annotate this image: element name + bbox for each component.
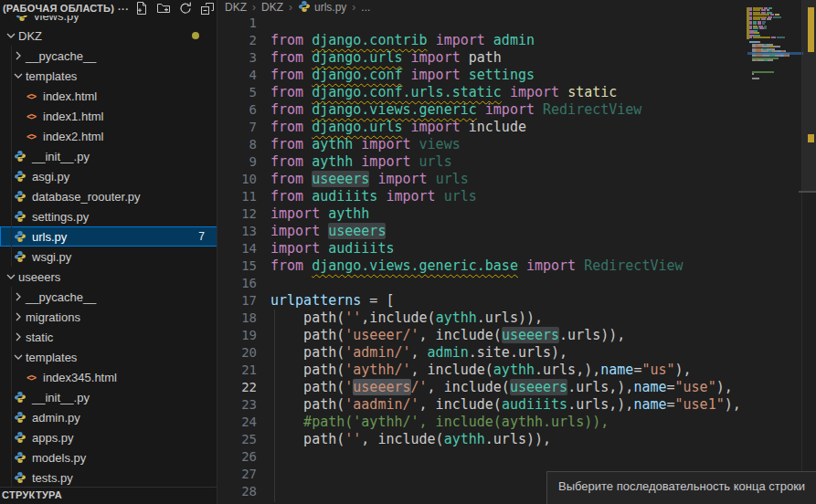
tree-item-templates[interactable]: templates	[0, 347, 217, 367]
tree-item-migrations[interactable]: migrations	[0, 307, 217, 327]
code-line-13[interactable]: import useeers	[270, 223, 386, 240]
line-number-28[interactable]: 28	[218, 483, 257, 500]
tree-item-__init__.py[interactable]: __init__.py	[0, 146, 217, 166]
line-number-19[interactable]: 19	[218, 327, 257, 344]
code-line-11[interactable]: from audiiits import urls	[270, 188, 477, 205]
collapse-all-icon[interactable]	[197, 1, 217, 16]
code-line-12[interactable]: import aythh	[270, 205, 369, 223]
line-number-23[interactable]: 23	[218, 396, 257, 414]
code-line-15[interactable]: from django.views.generic.base import Re…	[270, 257, 684, 275]
line-number-26[interactable]: 26	[218, 448, 257, 466]
line-number-16[interactable]: 16	[218, 275, 257, 292]
tree-item-index2.html[interactable]: <>index2.html	[0, 126, 217, 146]
line-number-11[interactable]: 11	[218, 188, 257, 205]
line-number-5[interactable]: 5	[218, 84, 257, 101]
code-line-3[interactable]: from django.urls import path	[270, 49, 502, 67]
tree-item-models.py[interactable]: models.py	[0, 447, 217, 467]
line-number-6[interactable]: 6	[218, 101, 257, 119]
tree-item-tests.py[interactable]: tests.py	[0, 467, 217, 488]
tree-item-database_roouter.py[interactable]: database_roouter.py	[0, 186, 217, 206]
code-line-21[interactable]: path('aythh/', include(aythh.urls,),name…	[270, 362, 692, 379]
new-file-icon[interactable]	[132, 1, 151, 16]
breadcrumb-item-...[interactable]: ...	[361, 1, 370, 14]
code-line-25[interactable]: path('', include(aythh.urls)),	[270, 431, 551, 448]
code-line-7[interactable]: from django.urls import include	[270, 119, 526, 136]
tree-item-asgi.py[interactable]: asgi.py	[0, 166, 217, 186]
chevron-right-icon[interactable]	[11, 310, 26, 324]
breadcrumb-item-urls.py[interactable]: urls.py	[298, 0, 346, 16]
code-line-22[interactable]: path('useeers/', include(useeers.urls,),…	[270, 379, 733, 396]
tree-item-__pycache__[interactable]: __pycache__	[0, 46, 217, 66]
breadcrumb-item-DKZ[interactable]: DKZ	[225, 1, 247, 14]
code-line-4[interactable]: from django.conf import settings	[270, 67, 535, 84]
chevron-down-icon[interactable]	[11, 68, 26, 83]
code-line-9[interactable]: from aythh import urls	[270, 153, 452, 171]
line-number-21[interactable]: 21	[218, 362, 257, 379]
code-editor[interactable]: DKZ›DKZ›urls.py›... 12345678910111213141…	[218, 0, 816, 504]
line-number-9[interactable]: 9	[218, 153, 257, 171]
line-number-20[interactable]: 20	[218, 344, 257, 362]
tree-item-__init__.py[interactable]: __init__.py	[0, 387, 217, 407]
tree-item-index345.html[interactable]: <>index345.html	[0, 367, 217, 387]
line-number-8[interactable]: 8	[218, 136, 257, 153]
code-line-8[interactable]: from aythh import views	[270, 136, 461, 153]
chevron-down-icon[interactable]	[4, 28, 18, 43]
code-line-18[interactable]: path('',include(aythh.urls)),	[270, 310, 543, 327]
line-number-24[interactable]: 24	[218, 414, 257, 431]
line-number-2[interactable]: 2	[218, 32, 257, 49]
chevron-down-icon[interactable]	[11, 350, 26, 364]
tree-item-index.html[interactable]: <>index.html	[0, 86, 217, 106]
new-folder-icon[interactable]	[154, 1, 173, 16]
outline-section-header[interactable]: СТРУКТУРА	[0, 487, 217, 504]
code-line-6[interactable]: from django.views.generic import Redirec…	[270, 101, 641, 119]
line-number-18[interactable]: 18	[218, 310, 257, 327]
chevron-right-icon[interactable]	[11, 48, 26, 63]
file-label: templates	[26, 351, 77, 364]
line-number-25[interactable]: 25	[218, 431, 257, 448]
code-line-2[interactable]: from django.contrib import admin	[270, 32, 535, 49]
tree-item-__pycache__[interactable]: __pycache__	[0, 287, 217, 307]
tree-item-templates[interactable]: templates	[0, 66, 217, 86]
tree-item-index1.html[interactable]: <>index1.html	[0, 106, 217, 126]
code-line-23[interactable]: path('aadmin/', include(audiiits.urls,),…	[270, 396, 741, 414]
tree-item-wsgi.py[interactable]: wsgi.py	[0, 247, 217, 267]
chevron-right-icon[interactable]	[11, 289, 26, 304]
tree-item-apps.py[interactable]: apps.py	[0, 427, 217, 447]
code-line-17[interactable]: urlpatterns = [	[270, 292, 394, 310]
code-line-5[interactable]: from django.conf.urls.static import stat…	[270, 84, 617, 101]
tree-item-DKZ[interactable]: DKZ	[0, 26, 217, 46]
tree-item-settings.py[interactable]: settings.py	[0, 206, 217, 226]
more-actions-icon[interactable]: ...	[118, 1, 129, 12]
line-number-1[interactable]: 1	[218, 15, 257, 32]
code-line-24[interactable]: #path('aythh/', include(aythh.urls)),	[270, 414, 609, 431]
tree-item-urls.py[interactable]: urls.py7	[0, 226, 217, 247]
code-line-20[interactable]: path('admin/', admin.site.urls),	[270, 344, 567, 362]
breadcrumb-item-DKZ[interactable]: DKZ	[261, 1, 283, 14]
chevron-right-icon[interactable]	[11, 330, 26, 344]
chevron-down-icon[interactable]	[4, 269, 18, 284]
line-number-14[interactable]: 14	[218, 240, 257, 257]
code-line-19[interactable]: path('useeer/', include(useeers.urls)),	[270, 327, 625, 344]
line-number-3[interactable]: 3	[218, 49, 257, 67]
refresh-icon[interactable]	[175, 1, 195, 16]
file-label: migrations	[26, 310, 80, 324]
line-number-22[interactable]: 22	[218, 379, 257, 396]
minimap[interactable]	[749, 5, 801, 105]
tree-item-useeers[interactable]: useeers	[0, 267, 217, 287]
breadcrumb-separator: ›	[352, 1, 355, 14]
code-line-10[interactable]: from useeers import urls	[270, 171, 469, 188]
line-number-10[interactable]: 10	[218, 171, 257, 188]
line-number-17[interactable]: 17	[218, 292, 257, 310]
scrollbar-thumb[interactable]	[802, 0, 816, 192]
line-number-12[interactable]: 12	[218, 205, 257, 223]
tree-item-static[interactable]: static	[0, 327, 217, 347]
line-number-4[interactable]: 4	[218, 67, 257, 84]
tree-item-admin.py[interactable]: admin.py	[0, 407, 217, 427]
line-number-15[interactable]: 15	[218, 257, 257, 275]
line-number-27[interactable]: 27	[218, 466, 257, 483]
code-line-14[interactable]: import audiiits	[270, 240, 394, 257]
line-number-7[interactable]: 7	[218, 119, 257, 136]
tree-indent-guide	[11, 287, 12, 488]
minimap-line	[749, 73, 754, 75]
line-number-13[interactable]: 13	[218, 223, 257, 240]
